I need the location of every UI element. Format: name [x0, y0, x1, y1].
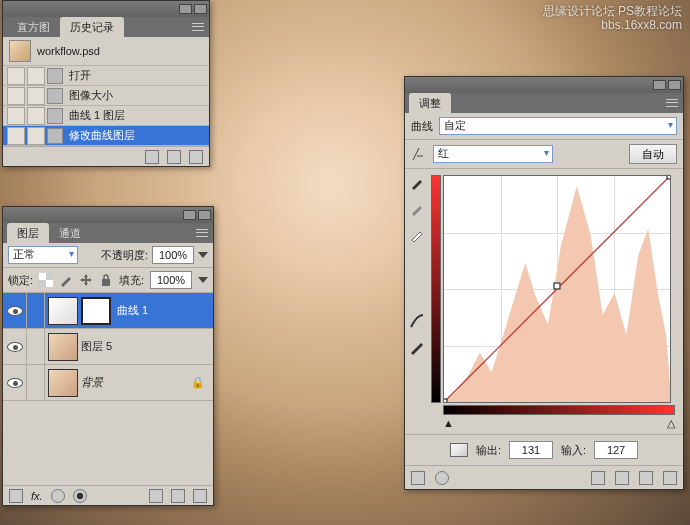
visibility-icon[interactable] — [7, 342, 23, 352]
reset-icon[interactable] — [639, 471, 653, 485]
collapse-icon[interactable] — [183, 210, 196, 220]
curves-graph[interactable] — [443, 175, 671, 403]
eyedropper-white-icon[interactable] — [409, 227, 425, 243]
eyedropper-gray-icon[interactable] — [409, 201, 425, 217]
white-slider-icon[interactable]: △ — [667, 417, 675, 430]
input-input[interactable]: 127 — [594, 441, 638, 459]
expand-icon[interactable] — [435, 471, 449, 485]
lock-transparent-icon[interactable] — [39, 273, 53, 287]
tab-history[interactable]: 历史记录 — [60, 17, 124, 37]
return-icon[interactable] — [411, 471, 425, 485]
curve-pencil-icon[interactable] — [409, 339, 425, 355]
lock-brush-icon[interactable] — [59, 273, 73, 287]
fill-flyout-icon[interactable] — [198, 277, 208, 283]
opacity-input[interactable]: 100% — [152, 246, 194, 264]
panel-menu-icon[interactable] — [664, 96, 680, 110]
history-tabs: 直方图 历史记录 — [3, 17, 124, 37]
close-icon[interactable] — [668, 80, 681, 90]
opacity-flyout-icon[interactable] — [198, 252, 208, 258]
document-name: workflow.psd — [37, 45, 100, 57]
layer-list: 曲线 1 图层 5 背景 🔒 — [3, 293, 213, 485]
layer-thumb[interactable] — [48, 333, 78, 361]
close-icon[interactable] — [194, 4, 207, 14]
watermark: 思缘设计论坛 PS教程论坛 bbs.16xx8.com — [543, 4, 682, 32]
link-layers-icon[interactable] — [9, 489, 23, 503]
layer-item-image[interactable]: 图层 5 — [3, 329, 213, 365]
output-gradient — [431, 175, 441, 403]
input-gradient — [443, 405, 675, 415]
preset-select[interactable]: 自定 — [439, 117, 677, 135]
new-layer-icon[interactable] — [171, 489, 185, 503]
panel-menu-icon[interactable] — [190, 20, 206, 34]
snapshot-icon[interactable] — [145, 150, 159, 164]
black-slider-icon[interactable]: ▲ — [443, 417, 454, 430]
tab-histogram[interactable]: 直方图 — [7, 17, 60, 37]
curves-type-label: 曲线 — [411, 119, 433, 134]
target-adjust-icon[interactable] — [411, 146, 427, 162]
open-icon — [47, 68, 63, 84]
fill-input[interactable]: 100% — [150, 271, 192, 289]
close-icon[interactable] — [198, 210, 211, 220]
view-previous-icon[interactable] — [615, 471, 629, 485]
adjust-panel-header[interactable] — [405, 77, 683, 93]
history-item[interactable]: 曲线 1 图层 — [3, 106, 209, 126]
channel-select[interactable]: 红 — [433, 145, 553, 163]
output-input[interactable]: 131 — [509, 441, 553, 459]
layer-name: 背景 — [81, 375, 103, 390]
lock-all-icon[interactable] — [99, 273, 113, 287]
history-panel: 直方图 历史记录 workflow.psd 打开 图像大小 曲线 1 图层 修改… — [2, 0, 210, 167]
modify-curves-icon — [47, 128, 63, 144]
curve-point-mid[interactable] — [553, 282, 560, 289]
io-thumb-icon — [450, 443, 468, 457]
new-state-icon[interactable] — [167, 150, 181, 164]
fx-icon[interactable]: fx. — [31, 490, 43, 502]
collapse-icon[interactable] — [653, 80, 666, 90]
layer-item-curves[interactable]: 曲线 1 — [3, 293, 213, 329]
curve-point-highlight[interactable] — [667, 175, 672, 180]
svg-rect-2 — [46, 280, 53, 287]
layer-thumb[interactable] — [48, 369, 78, 397]
tab-channels[interactable]: 通道 — [49, 223, 91, 243]
layer-item-background[interactable]: 背景 🔒 — [3, 365, 213, 401]
image-size-icon — [47, 88, 63, 104]
adjust-footer — [405, 465, 683, 489]
svg-rect-3 — [102, 279, 110, 286]
history-item-label: 修改曲线图层 — [69, 128, 135, 143]
panel-menu-icon[interactable] — [194, 226, 210, 240]
collapse-icon[interactable] — [179, 4, 192, 14]
curve-point-shadow[interactable] — [443, 399, 448, 404]
tab-layers[interactable]: 图层 — [7, 223, 49, 243]
history-document-row[interactable]: workflow.psd — [3, 37, 209, 66]
visibility-icon[interactable] — [7, 378, 23, 388]
layer-name: 曲线 1 — [117, 303, 148, 318]
adjustments-panel: 调整 曲线 自定 红 自动 — [404, 76, 684, 490]
layer-mask-thumb[interactable] — [81, 297, 111, 325]
group-icon[interactable] — [149, 489, 163, 503]
layers-panel-header[interactable] — [3, 207, 213, 223]
input-label: 输入: — [561, 443, 586, 458]
trash-icon[interactable] — [193, 489, 207, 503]
clip-icon[interactable] — [591, 471, 605, 485]
history-panel-header[interactable] — [3, 1, 209, 17]
mask-icon[interactable] — [51, 489, 65, 503]
curve-smooth-icon[interactable] — [409, 313, 425, 329]
blend-mode-select[interactable]: 正常 — [8, 246, 78, 264]
history-item-label: 打开 — [69, 68, 91, 83]
history-footer — [3, 146, 209, 166]
history-item-label: 曲线 1 图层 — [69, 108, 125, 123]
output-label: 输出: — [476, 443, 501, 458]
trash-icon[interactable] — [189, 150, 203, 164]
curve-tools — [405, 169, 429, 434]
auto-button[interactable]: 自动 — [629, 144, 677, 164]
adjustment-icon[interactable] — [73, 489, 87, 503]
visibility-icon[interactable] — [7, 306, 23, 316]
eyedropper-black-icon[interactable] — [409, 175, 425, 191]
curves-layer-icon — [47, 108, 63, 124]
layer-thumb[interactable] — [48, 297, 78, 325]
tab-adjustments[interactable]: 调整 — [409, 93, 451, 113]
history-item[interactable]: 图像大小 — [3, 86, 209, 106]
trash-icon[interactable] — [663, 471, 677, 485]
history-item[interactable]: 修改曲线图层 — [3, 126, 209, 146]
lock-move-icon[interactable] — [79, 273, 93, 287]
history-item[interactable]: 打开 — [3, 66, 209, 86]
